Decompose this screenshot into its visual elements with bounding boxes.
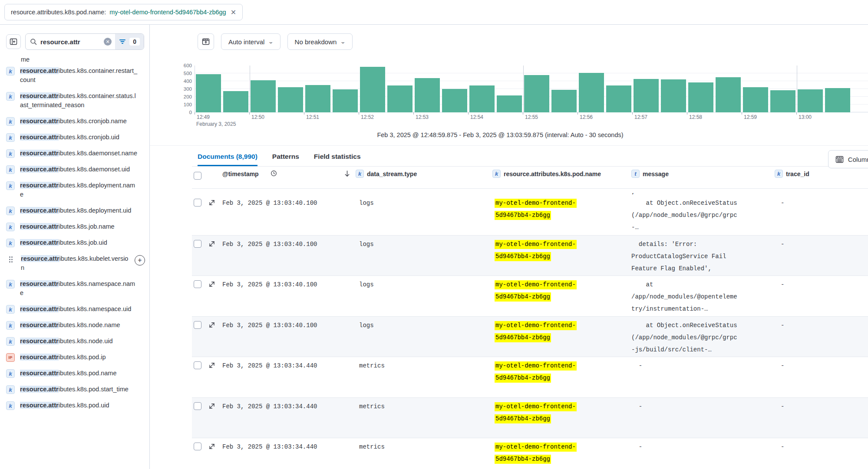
field-search-input[interactable]: resource.attr ✕	[26, 34, 115, 49]
column-header-data_stream-type[interactable]: kdata_stream.type	[356, 170, 492, 178]
documents-grid: @timestampkdata_stream.typekresource.att…	[192, 166, 868, 469]
histogram-bar[interactable]	[278, 87, 303, 112]
cell-pod-name: my-otel-demo-frontend-5d9467bb4-zb6gg	[492, 197, 631, 221]
histogram-bar[interactable]	[798, 89, 823, 112]
collapse-sidebar-button[interactable]	[6, 34, 21, 49]
histogram-bar[interactable]	[333, 89, 358, 112]
pod-name-line: my-otel-demo-frontend-	[495, 319, 631, 331]
histogram-bar[interactable]	[442, 89, 467, 112]
clear-search-icon[interactable]: ✕	[104, 38, 112, 46]
keyword-field-icon: k	[492, 170, 501, 178]
histogram-bar[interactable]	[579, 73, 604, 112]
expand-row-icon[interactable]	[209, 403, 215, 409]
histogram-bar[interactable]	[305, 85, 330, 112]
cell-timestamp: Feb 3, 2025 @ 13:03:34.440	[221, 441, 356, 453]
histogram-bar[interactable]	[196, 74, 221, 112]
x-axis-tick	[742, 112, 742, 115]
histogram-bar[interactable]	[716, 77, 741, 112]
field-item[interactable]: kresource.attributes.k8s.cronjob.name	[6, 113, 145, 129]
field-item[interactable]: kresource.attributes.k8s.daemonset.name	[6, 145, 145, 161]
tab-field-statistics[interactable]: Field statistics	[314, 153, 361, 166]
select-all-checkbox[interactable]	[194, 172, 201, 180]
field-item[interactable]: resource.attributes.k8s.kubelet.version+	[6, 251, 145, 276]
column-header-message[interactable]: tmessage	[631, 170, 775, 178]
x-axis-tick-label: 12:59	[744, 114, 757, 120]
field-filters-button[interactable]: 0	[115, 34, 144, 49]
filter-pill-remove-icon[interactable]: ✕	[231, 8, 236, 16]
field-item[interactable]: kresource.attributes.k8s.pod.start_time	[6, 381, 145, 397]
highlighted-match: my-otel-demo-frontend-	[495, 361, 577, 371]
histogram-bar[interactable]	[469, 85, 495, 112]
column-header--timestamp[interactable]: @timestamp	[221, 170, 356, 178]
histogram-bar[interactable]	[688, 82, 713, 112]
expand-row-icon[interactable]	[209, 281, 215, 287]
histogram-bar[interactable]	[743, 87, 768, 112]
field-item[interactable]: kresource.attributes.k8s.container.resta…	[6, 63, 145, 88]
field-item[interactable]: IPresource.attributes.k8s.pod.ip	[6, 349, 145, 365]
field-item[interactable]: kresource.attributes.k8s.node.uid	[6, 333, 145, 349]
row-select-checkbox[interactable]	[194, 321, 201, 329]
column-header-resource-attributes-k8s-pod-name[interactable]: kresource.attributes.k8s.pod.name	[492, 170, 631, 178]
search-icon	[30, 38, 37, 46]
field-item[interactable]: kresource.attributes.k8s.pod.name	[6, 365, 145, 381]
field-item[interactable]: kresource.attributes.k8s.namespace.name	[6, 276, 145, 301]
interval-select[interactable]: Auto interval ⌄	[221, 33, 281, 50]
expand-row-icon[interactable]	[209, 362, 215, 368]
columns-button[interactable]: Columns	[828, 150, 868, 168]
field-item[interactable]: kresource.attributes.k8s.cronjob.uid	[6, 129, 145, 145]
column-header-trace_id[interactable]: ktrace_id	[775, 170, 868, 178]
histogram-bar[interactable]	[661, 79, 686, 112]
expand-row-icon[interactable]	[209, 443, 215, 449]
histogram-bar[interactable]	[387, 85, 413, 112]
hide-chart-button[interactable]	[198, 33, 214, 50]
histogram-chart[interactable]: 6005004003002001000 12:4912:5012:5112:52…	[175, 66, 868, 127]
field-item[interactable]: kresource.attributes.k8s.pod.uid	[6, 397, 145, 413]
chart-y-axis: 6005004003002001000	[175, 66, 195, 112]
breakdown-select[interactable]: No breakdown ⌄	[287, 33, 353, 50]
field-item[interactable]: kresource.attributes.k8s.deployment.uid	[6, 203, 145, 219]
histogram-bar[interactable]	[497, 95, 522, 112]
field-label-match: resource.attr	[20, 280, 59, 287]
interval-select-label: Auto interval	[228, 38, 264, 46]
histogram-bar[interactable]	[825, 88, 850, 112]
field-item[interactable]: kresource.attributes.k8s.deployment.name	[6, 177, 145, 203]
field-item[interactable]: kresource.attributes.k8s.node.name	[6, 317, 145, 333]
row-select-checkbox[interactable]	[194, 443, 201, 450]
field-item[interactable]: kresource.attributes.k8s.job.name	[6, 219, 145, 235]
tab-patterns[interactable]: Patterns	[272, 153, 299, 166]
histogram-bar[interactable]	[606, 85, 631, 112]
x-axis-tick-label: 12:57	[634, 114, 647, 120]
row-select-checkbox[interactable]	[194, 280, 201, 288]
cell-pod-name: my-otel-demo-frontend-5d9467bb4-zb6gg	[492, 360, 631, 384]
histogram-bar[interactable]	[770, 90, 795, 112]
field-item[interactable]: kresource.attributes.k8s.daemonset.uid	[6, 161, 145, 177]
cell-data-stream-type: metrics	[356, 360, 492, 372]
row-select-checkbox[interactable]	[194, 199, 201, 207]
grid-body: Feb 3, 2025 @ 13:03:40.100logsmy-otel-de…	[192, 194, 868, 469]
field-item[interactable]: kresource.attributes.k8s.job.uid	[6, 235, 145, 251]
pod-name-line: my-otel-demo-frontend-	[495, 441, 631, 453]
sort-descending-icon[interactable]	[344, 170, 350, 177]
field-item[interactable]: kresource.attributes.k8s.container.statu…	[6, 88, 145, 113]
histogram-bar[interactable]	[551, 90, 577, 112]
add-field-button[interactable]: +	[135, 255, 145, 266]
histogram-bar[interactable]	[223, 91, 248, 112]
histogram-bar[interactable]	[251, 80, 276, 112]
highlighted-match: 5d9467bb4-zb6gg	[495, 455, 551, 464]
histogram-bar[interactable]	[524, 75, 549, 112]
row-select-checkbox[interactable]	[194, 402, 201, 410]
expand-row-icon[interactable]	[209, 200, 215, 206]
cell-trace-id: -	[775, 400, 868, 413]
row-select-checkbox[interactable]	[194, 240, 201, 248]
filter-pill[interactable]: resource.attributes.k8s.pod.name: my-ote…	[4, 4, 243, 20]
expand-row-icon[interactable]	[209, 322, 215, 328]
histogram-bar[interactable]	[634, 79, 659, 112]
histogram-bar[interactable]	[415, 78, 440, 112]
histogram-bar[interactable]	[360, 67, 385, 112]
field-item[interactable]: kresource.attributes.k8s.namespace.uid	[6, 301, 145, 317]
pod-name-line: 5d9467bb4-zb6gg	[495, 291, 631, 303]
tab-documents[interactable]: Documents (8,990)	[198, 153, 257, 166]
expand-row-icon[interactable]	[209, 241, 215, 247]
row-select-checkbox[interactable]	[194, 361, 201, 369]
partial-row-fragment: ,	[631, 189, 775, 194]
